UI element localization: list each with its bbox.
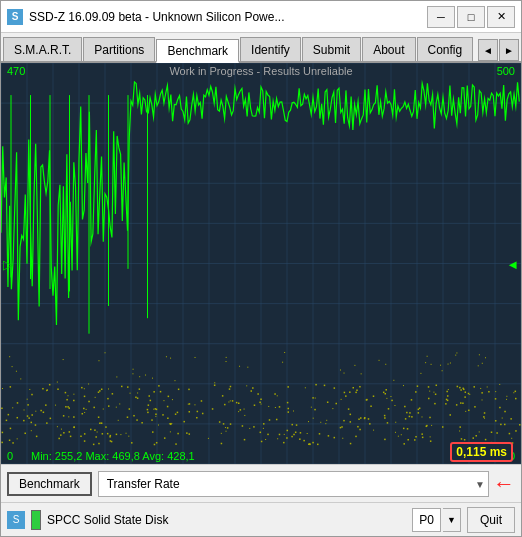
port-value: P0 (412, 508, 441, 532)
close-button[interactable]: ✕ (487, 6, 515, 28)
chart-area: 470 Work in Progress - Results Unreliabl… (1, 63, 521, 464)
disk-name: SPCC Solid State Disk (47, 513, 406, 527)
tab-partitions[interactable]: Partitions (83, 37, 155, 61)
minimize-button[interactable]: ─ (427, 6, 455, 28)
right-indicator: ◄ (506, 256, 519, 271)
benchmark-chart (1, 63, 521, 464)
chart-stats: Min: 255,2 Max: 469,8 Avg: 428,1 (31, 450, 195, 462)
chart-labels-top: 470 Work in Progress - Results Unreliabl… (1, 65, 521, 77)
maximize-button[interactable]: □ (457, 6, 485, 28)
app-icon: S (7, 9, 23, 25)
port-dropdown-button[interactable]: ▼ (443, 508, 461, 532)
transfer-rate-dropdown[interactable]: Transfer Rate Access Time IOPS (98, 471, 489, 497)
port-selector: P0 ▼ (412, 508, 461, 532)
status-app-icon: S (7, 511, 25, 529)
chart-time: 0,115 ms (450, 442, 513, 462)
tab-benchmark[interactable]: Benchmark (156, 39, 239, 63)
window-title: SSD-Z 16.09.09 beta - Unknown Silicon Po… (29, 10, 284, 24)
bottom-bar: Benchmark Transfer Rate Access Time IOPS… (1, 464, 521, 502)
title-left: S SSD-Z 16.09.09 beta - Unknown Silicon … (7, 9, 284, 25)
window-controls: ─ □ ✕ (427, 6, 515, 28)
tab-bar: S.M.A.R.T. Partitions Benchmark Identify… (1, 33, 521, 63)
tab-prev-button[interactable]: ◄ (478, 39, 498, 61)
chart-title: Work in Progress - Results Unreliable (169, 65, 352, 77)
disk-activity-indicator (31, 510, 41, 530)
dropdown-wrapper: Transfer Rate Access Time IOPS ▼ (98, 471, 489, 497)
left-indicator: ▷ (3, 256, 13, 271)
tab-next-button[interactable]: ► (499, 39, 519, 61)
tab-config[interactable]: Config (417, 37, 474, 61)
quit-button[interactable]: Quit (467, 507, 515, 533)
tab-submit[interactable]: Submit (302, 37, 361, 61)
tab-identify[interactable]: Identify (240, 37, 301, 61)
chart-y-left-top: 470 (7, 65, 25, 77)
benchmark-button[interactable]: Benchmark (7, 472, 92, 496)
title-bar: S SSD-Z 16.09.09 beta - Unknown Silicon … (1, 1, 521, 33)
chart-y-left-bottom: 0 (7, 450, 13, 462)
red-arrow-icon: ← (493, 473, 515, 495)
tab-about[interactable]: About (362, 37, 415, 61)
status-bar: S SPCC Solid State Disk P0 ▼ Quit (1, 502, 521, 536)
tab-smart[interactable]: S.M.A.R.T. (3, 37, 82, 61)
chart-y-right-top: 500 (497, 65, 515, 77)
tab-nav: ◄ ► (478, 39, 519, 61)
app-window: S SSD-Z 16.09.09 beta - Unknown Silicon … (0, 0, 522, 537)
